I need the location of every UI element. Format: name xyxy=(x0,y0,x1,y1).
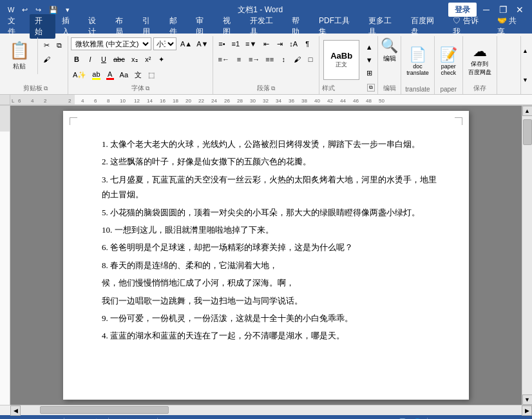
increase-font-button[interactable]: A▲ xyxy=(178,37,194,50)
ribbon-scroll-up[interactable]: ▲ xyxy=(522,48,528,54)
styles-up-button[interactable]: ▲ xyxy=(363,41,375,53)
clipboard-group: 📋 粘贴 ✂ ⧉ 🖌 剪贴板 ⧉ xyxy=(3,36,68,94)
sort-button[interactable]: ↕A xyxy=(287,37,299,50)
clear-format-button[interactable]: ✦ xyxy=(156,53,167,66)
menu-file[interactable]: 文件 xyxy=(3,14,28,39)
decrease-indent-button[interactable]: ⇤ xyxy=(260,37,272,50)
border-para-button[interactable]: □ xyxy=(305,53,316,66)
scroll-down-button[interactable]: ▼ xyxy=(522,395,533,405)
edit-icon: 🔍 xyxy=(381,37,398,54)
format-painter-button[interactable]: 🖌 xyxy=(41,53,52,66)
menu-share[interactable]: 🤝 共享 xyxy=(492,14,529,39)
menu-review[interactable]: 审阅 xyxy=(191,14,216,39)
svg-text:8: 8 xyxy=(107,98,110,104)
text-effect-button[interactable]: A✨ xyxy=(71,68,88,81)
bold-button[interactable]: B xyxy=(71,53,82,66)
menu-mailings[interactable]: 邮件 xyxy=(164,14,190,39)
phonetic-button[interactable]: 文 xyxy=(132,68,144,81)
styles-label: 样式 xyxy=(322,84,335,93)
save-baidu-button[interactable]: ☁ 保存到 百度网盘 xyxy=(466,41,494,79)
copy-button[interactable]: ⧉ xyxy=(53,39,65,52)
svg-text:48: 48 xyxy=(366,98,372,104)
line-spacing-button[interactable]: ↕ xyxy=(278,53,289,66)
menu-tell-me[interactable]: ♡ 告诉我 xyxy=(448,14,491,39)
align-center-button[interactable]: ≡ xyxy=(233,53,245,66)
char-spacing-button[interactable]: Aa xyxy=(118,68,130,81)
strikethrough-button[interactable]: abc xyxy=(111,53,127,66)
menu-design[interactable]: 设计 xyxy=(83,14,109,39)
subscript-button[interactable]: x₂ xyxy=(129,53,140,66)
increase-indent-button[interactable]: ⇥ xyxy=(274,37,285,50)
svg-text:44: 44 xyxy=(340,98,346,104)
h-scroll-right-button[interactable]: ▶ xyxy=(522,405,532,416)
paragraph-expand-icon[interactable]: ⧉ xyxy=(271,85,275,92)
paper-check-button[interactable]: 📝 paper check xyxy=(437,44,460,79)
styles-down-button[interactable]: ▼ xyxy=(363,54,375,66)
doc-line-2: 2. 这些飘落的叶子，好像是仙女撒下的五颜六色的花瓣。 xyxy=(102,154,437,169)
menu-baidu-disk[interactable]: 百度网盘 xyxy=(406,14,447,39)
doc-translate-group: 📄 doc translate translate xyxy=(401,36,435,94)
svg-text:38: 38 xyxy=(301,98,307,104)
italic-button[interactable]: I xyxy=(84,53,96,66)
svg-text:16: 16 xyxy=(160,98,166,104)
document-page: 1. 太像个老大老大的火球，光线灼人，公路被烈日烤得发烫，脚踏下去一步一串白烟。… xyxy=(63,111,469,400)
svg-rect-32 xyxy=(0,106,10,132)
ribbon-scroll-down[interactable]: ▼ xyxy=(522,77,528,83)
border-button[interactable]: ⬚ xyxy=(146,68,157,81)
styles-expand-button[interactable]: ⊞ xyxy=(363,67,375,79)
menu-home[interactable]: 开始 xyxy=(30,14,55,39)
shading-button[interactable]: 🖌 xyxy=(291,53,303,66)
paste-button[interactable]: 📋 粘贴 xyxy=(5,37,33,74)
menu-bar: 文件 开始 插入 设计 布局 引用 邮件 审阅 视图 开发工具 帮助 PDF工具… xyxy=(0,19,532,34)
doc-translate-button[interactable]: 📄 doc translate xyxy=(404,44,432,79)
paper-check-icon: 📝 xyxy=(440,46,457,63)
font-size-select[interactable]: 小五 xyxy=(153,37,176,50)
highlight-button[interactable]: ab xyxy=(90,68,102,81)
menu-references[interactable]: 引用 xyxy=(137,14,163,39)
paragraph-label: 段落 xyxy=(257,84,270,93)
svg-text:18: 18 xyxy=(173,98,178,104)
justify-button[interactable]: ≡≡ xyxy=(263,53,276,66)
scroll-thumb[interactable] xyxy=(523,119,532,145)
word-logo[interactable]: W xyxy=(5,5,17,15)
h-scroll-thumb[interactable] xyxy=(40,406,169,414)
numbered-list-button[interactable]: ≡1 xyxy=(229,37,242,50)
menu-pdf[interactable]: PDF工具集 xyxy=(314,14,362,39)
align-right-button[interactable]: ≡→ xyxy=(247,53,261,66)
menu-more-tools[interactable]: 更多工具 xyxy=(363,14,404,39)
customize-qat-button[interactable]: ▾ xyxy=(63,5,72,15)
scroll-up-button[interactable]: ▲ xyxy=(522,106,533,116)
font-family-select[interactable]: 微软雅黑 (中文正文) xyxy=(71,37,151,50)
align-left-button[interactable]: ≡← xyxy=(216,53,231,66)
show-marks-button[interactable]: ¶ xyxy=(301,37,313,50)
doc-line-8b: 候，他们慢慢悄悄地汇成了小河，积成了深海。啊， xyxy=(102,275,437,290)
underline-button[interactable]: U xyxy=(98,53,109,66)
h-scroll-left-button[interactable]: ◀ xyxy=(10,405,21,416)
svg-text:4: 4 xyxy=(81,98,84,104)
font-color-button[interactable]: A xyxy=(104,68,116,81)
menu-view[interactable]: 视图 xyxy=(218,14,243,39)
multilevel-list-button[interactable]: ≡▼ xyxy=(243,37,258,50)
svg-text:22: 22 xyxy=(198,98,204,104)
superscript-button[interactable]: x² xyxy=(142,53,154,66)
styles-box[interactable]: AaBb 正文 xyxy=(323,40,359,80)
save-quick-button[interactable]: 💾 xyxy=(46,5,61,15)
redo-button[interactable]: ↪ xyxy=(33,5,44,15)
edit-button[interactable]: 🔍 编辑 xyxy=(381,37,398,63)
menu-help[interactable]: 帮助 xyxy=(287,14,312,39)
font-expand-icon[interactable]: ⧉ xyxy=(146,85,149,92)
styles-expand-icon[interactable]: ⧉ xyxy=(367,84,375,92)
doc-line-6: 6. 爸爸明明是个足球迷，却把一场精彩的球赛关掉，这是为什么呢？ xyxy=(102,240,437,255)
svg-text:34: 34 xyxy=(276,98,281,104)
decrease-font-button[interactable]: A▼ xyxy=(195,37,210,50)
bullet-list-button[interactable]: ≡• xyxy=(216,37,227,50)
menu-insert[interactable]: 插入 xyxy=(57,14,82,39)
v-ruler-svg xyxy=(0,106,10,405)
document-viewport: 1. 太像个老大老大的火球，光线灼人，公路被烈日烤得发烫，脚踏下去一步一串白烟。… xyxy=(10,106,522,405)
menu-developer[interactable]: 开发工具 xyxy=(245,14,286,39)
clipboard-expand-icon[interactable]: ⧉ xyxy=(44,85,48,92)
menu-layout[interactable]: 布局 xyxy=(110,14,136,39)
cut-button[interactable]: ✂ xyxy=(41,39,52,52)
page-corner-tr xyxy=(455,117,462,125)
undo-button[interactable]: ↩ xyxy=(19,5,30,15)
